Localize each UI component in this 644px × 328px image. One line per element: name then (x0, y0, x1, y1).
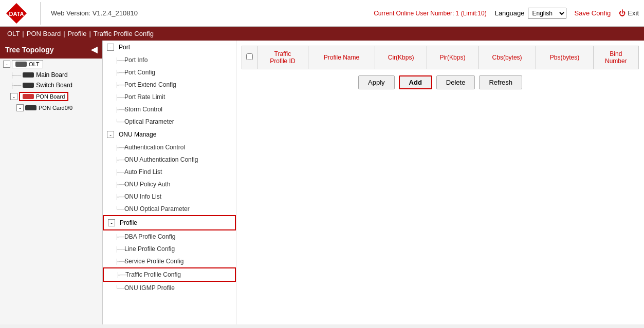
breadcrumb-olt[interactable]: OLT (7, 30, 20, 37)
onu-igmp-profile-label: ONU IGMP Profile (124, 284, 175, 292)
port-section-header[interactable]: - Port (103, 41, 236, 54)
dba-profile-config-item[interactable]: ├── DBA Profile Config (103, 230, 236, 243)
traffic-profile-config-item[interactable]: ├── Traffic Profile Config (103, 267, 236, 282)
olt-label: OLT (29, 61, 40, 67)
auto-find-list-label: Auto Find List (124, 168, 162, 176)
auth-control-line-icon: ├── (115, 145, 123, 150)
table-header-checkbox (242, 46, 257, 69)
switch-board-device-icon (23, 83, 34, 88)
pon-card-device-icon (25, 105, 36, 110)
port-section-label: Port (119, 44, 130, 51)
port-expand-icon[interactable]: - (107, 44, 114, 51)
onu-policy-line-icon: ├── (115, 182, 123, 187)
olt-device-icon (15, 62, 27, 67)
port-config-line-icon: ├── (115, 70, 123, 75)
port-extend-config-item[interactable]: ├── Port Extend Config (103, 79, 236, 91)
switch-board-line: ├── (10, 83, 21, 88)
table-header-bind-number: BindNumber (593, 46, 638, 69)
online-limit: (Limit:10) (461, 10, 487, 17)
delete-button[interactable]: Delete (436, 75, 475, 89)
onu-info-list-label: ONU Info List (124, 193, 161, 200)
onu-optical-parameter-item[interactable]: └── ONU Optical Parameter (103, 203, 236, 215)
auth-control-label: Authentication Control (124, 144, 185, 151)
auth-control-item[interactable]: ├── Authentication Control (103, 141, 236, 153)
refresh-button[interactable]: Refresh (479, 75, 522, 89)
profile-expand-icon[interactable]: - (108, 219, 115, 226)
pon-board-label: PON Board (36, 93, 65, 100)
sidebar-title: Tree Topology (5, 46, 54, 54)
onu-manage-section-header[interactable]: - ONU Manage (103, 128, 236, 141)
breadcrumb-traffic-profile-config: Traffic Profile Config (94, 30, 154, 37)
breadcrumb-bar: OLT | PON Board | Profile | Traffic Prof… (0, 27, 644, 41)
pon-card-expand-icon[interactable]: - (16, 104, 24, 111)
tree-node-pon-card[interactable]: - PON Card0/0 (0, 103, 102, 113)
onu-manage-section-label: ONU Manage (119, 131, 156, 138)
service-profile-config-item[interactable]: ├── Service Profile Config (103, 255, 236, 267)
breadcrumb-sep-1: | (22, 30, 24, 37)
breadcrumb-profile[interactable]: Profile (68, 30, 87, 37)
tree-node-pon-board[interactable]: - PON Board (0, 90, 102, 103)
onu-igmp-line-icon: └── (115, 285, 123, 291)
optical-line-icon: └── (115, 119, 123, 125)
pon-board-device-icon (23, 94, 34, 99)
logo-icon: DATA (5, 2, 28, 25)
olt-tag: OLT (12, 60, 43, 68)
button-row: Apply Add Delete Refresh (242, 75, 639, 89)
power-icon: ⏻ (619, 9, 625, 17)
table-header-cbs-bytes: Cbs(bytes) (478, 46, 536, 69)
tree-node-switch-board[interactable]: ├── Switch Board (0, 80, 102, 90)
storm-control-item[interactable]: ├── Storm Control (103, 103, 236, 115)
traffic-profile-table: TrafficProfile ID Profile Name Cir(Kbps)… (242, 46, 639, 69)
onu-info-list-item[interactable]: ├── ONU Info List (103, 190, 236, 203)
sidebar-header[interactable]: Tree Topology ◀ (0, 41, 102, 59)
onu-auth-config-item[interactable]: ├── ONU Authentication Config (103, 153, 236, 166)
line-profile-line-icon: ├── (115, 246, 123, 252)
table-header-pbs-bytes: Pbs(bytes) (536, 46, 593, 69)
line-profile-config-item[interactable]: ├── Line Profile Config (103, 243, 236, 255)
collapse-arrow-icon: ◀ (91, 45, 97, 54)
service-profile-config-label: Service Profile Config (124, 258, 183, 265)
onu-optical-parameter-label: ONU Optical Parameter (124, 205, 190, 213)
tree-node-olt[interactable]: - OLT (0, 59, 102, 70)
port-config-label: Port Config (124, 69, 155, 76)
left-menu: - Port ├── Port Info ├── Port Config ├──… (103, 41, 236, 324)
apply-button[interactable]: Apply (358, 75, 395, 89)
table-header-profile-name: Profile Name (308, 46, 375, 69)
tree-node-main-board[interactable]: ├── Main Board (0, 70, 102, 80)
table-header-pir-kbps: Pir(Kbps) (427, 46, 479, 69)
onu-policy-auth-item[interactable]: ├── ONU Policy Auth (103, 178, 236, 190)
exit-button[interactable]: ⏻ Exit (619, 9, 639, 17)
onu-igmp-profile-item[interactable]: └── ONU IGMP Profile (103, 282, 236, 294)
breadcrumb-pon-board[interactable]: PON Board (27, 30, 61, 37)
port-rate-limit-item[interactable]: ├── Port Rate Limit (103, 91, 236, 103)
port-rate-limit-label: Port Rate Limit (124, 93, 165, 101)
svg-text:DATA: DATA (9, 11, 24, 17)
olt-expand-icon[interactable]: - (3, 61, 10, 68)
port-rate-line-icon: ├── (115, 94, 123, 100)
port-config-item[interactable]: ├── Port Config (103, 66, 236, 79)
sidebar: Tree Topology ◀ - OLT ├── Main Board ├──… (0, 41, 103, 324)
language-select[interactable]: English Chinese (528, 8, 566, 19)
pon-board-expand-icon[interactable]: - (10, 93, 17, 100)
port-info-item[interactable]: ├── Port Info (103, 54, 236, 66)
onu-info-line-icon: ├── (115, 194, 123, 200)
profile-section-header[interactable]: - Profile (103, 215, 236, 230)
save-config-button[interactable]: Save Config (575, 9, 611, 17)
optical-parameter-item[interactable]: └── Optical Parameter (103, 115, 236, 128)
breadcrumb-sep-3: | (89, 30, 90, 37)
pon-card-tag: PON Card0/0 (25, 105, 72, 111)
main-board-label: Main Board (36, 71, 67, 79)
select-all-checkbox[interactable] (246, 53, 253, 60)
add-button[interactable]: Add (399, 75, 432, 89)
main-board-device-icon (23, 72, 34, 78)
port-info-line-icon: ├── (115, 57, 123, 63)
language-label: Language (495, 9, 525, 17)
table-header-cir-kbps: Cir(Kbps) (375, 46, 427, 69)
port-info-label: Port Info (124, 56, 148, 64)
auto-find-list-item[interactable]: ├── Auto Find List (103, 166, 236, 178)
onu-manage-expand-icon[interactable]: - (107, 131, 114, 138)
profile-section-label: Profile (120, 219, 137, 226)
main-layout: Tree Topology ◀ - OLT ├── Main Board ├──… (0, 41, 644, 324)
table-header-traffic-profile-id: TrafficProfile ID (257, 46, 308, 69)
storm-control-label: Storm Control (124, 106, 162, 113)
